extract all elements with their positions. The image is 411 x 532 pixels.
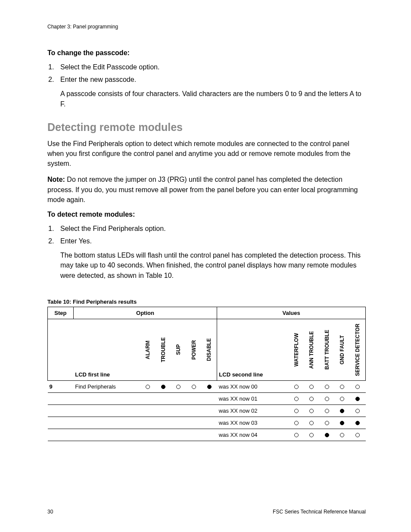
cell-lcd2: was XX now 02 xyxy=(217,404,289,417)
table-row: was XX now 03 xyxy=(48,417,366,429)
cell-lcd1 xyxy=(73,392,140,404)
empty-dot-icon xyxy=(294,397,299,401)
cell-lcd1 xyxy=(73,429,140,441)
th-trouble: TROUBLE xyxy=(160,322,166,378)
empty-dot-icon xyxy=(294,409,299,413)
empty-dot-icon xyxy=(309,397,314,401)
cell-lcd1 xyxy=(73,404,140,417)
page-footer: 30 FSC Series Technical Reference Manual xyxy=(47,509,366,515)
cell-lcd1 xyxy=(73,417,140,429)
note-label: Note: xyxy=(47,176,65,183)
chapter-header: Chapter 3: Panel programming xyxy=(47,24,366,30)
empty-dot-icon xyxy=(325,421,329,425)
passcode-followup: A passcode consists of four characters. … xyxy=(60,89,366,109)
cell-step xyxy=(48,429,74,441)
th-lcd1: LCD first line xyxy=(73,319,140,380)
th-alarm: ALARM xyxy=(145,322,151,378)
cell-lcd2: was XX now 04 xyxy=(217,429,289,441)
empty-dot-icon xyxy=(309,385,314,389)
empty-dot-icon xyxy=(340,433,344,437)
cell-lcd2: was XX now 00 xyxy=(217,380,289,392)
th-waterflow: WATERFLOW xyxy=(293,322,299,378)
empty-dot-icon xyxy=(294,385,299,389)
detect-steps: 1.Select the Find Peripherals option. 2.… xyxy=(47,224,366,246)
empty-dot-icon xyxy=(355,385,360,389)
note-text: Do not remove the jumper on J3 (PRG) unt… xyxy=(47,176,358,203)
filled-dot-icon xyxy=(355,421,360,425)
detect-heading: To detect remote modules: xyxy=(47,211,366,218)
detect-step-1: Select the Find Peripherals option. xyxy=(60,224,366,233)
empty-dot-icon xyxy=(325,409,329,413)
filled-dot-icon xyxy=(340,421,344,425)
th-sup: SUP xyxy=(175,322,181,378)
filled-dot-icon xyxy=(325,433,329,437)
cell-step: 9 xyxy=(48,380,74,392)
th-values: Values xyxy=(217,307,366,319)
empty-dot-icon xyxy=(325,385,329,389)
th-service-detector: SERVICE DETECTOR xyxy=(355,322,361,378)
empty-dot-icon xyxy=(325,397,329,401)
empty-dot-icon xyxy=(340,397,344,401)
note-para: Note: Do not remove the jumper on J3 (PR… xyxy=(47,174,366,205)
footer-manual-title: FSC Series Technical Reference Manual xyxy=(273,509,366,515)
th-ann-trouble: ANN TROUBLE xyxy=(308,322,314,378)
passcode-step-1: Select the Edit Passcode option. xyxy=(60,62,366,72)
empty-dot-icon xyxy=(355,409,360,413)
th-power: POWER xyxy=(191,322,197,378)
filled-dot-icon xyxy=(355,397,360,401)
th-gnd-fault: GND FAULT xyxy=(339,322,345,378)
empty-dot-icon xyxy=(309,421,314,425)
passcode-heading: To change the passcode: xyxy=(47,49,366,57)
table-row: was XX now 04 xyxy=(48,429,366,441)
filled-dot-icon xyxy=(207,385,212,389)
passcode-step-2: Enter the new passcode. xyxy=(60,75,366,84)
empty-dot-icon xyxy=(294,433,299,437)
cell-step xyxy=(48,404,74,417)
empty-dot-icon xyxy=(340,385,344,389)
th-lcd2: LCD second line xyxy=(217,319,289,380)
empty-dot-icon xyxy=(176,385,181,389)
th-option: Option xyxy=(73,307,217,319)
empty-dot-icon xyxy=(309,433,314,437)
detect-step-2: Enter Yes. xyxy=(60,236,366,246)
filled-dot-icon xyxy=(340,409,344,413)
empty-dot-icon xyxy=(294,421,299,425)
section-title: Detecting remote modules xyxy=(47,121,366,134)
footer-page-number: 30 xyxy=(47,509,53,515)
table-row: was XX now 02 xyxy=(48,404,366,417)
detect-followup: The bottom status LEDs will flash until … xyxy=(60,250,366,280)
cell-lcd1: Find Peripherals xyxy=(73,380,140,392)
empty-dot-icon xyxy=(146,385,150,389)
cell-lcd2: was XX now 01 xyxy=(217,392,289,404)
th-disable: DISABLE xyxy=(206,322,212,378)
empty-dot-icon xyxy=(192,385,196,389)
th-step: Step xyxy=(48,307,74,319)
table-row: 9Find Peripheralswas XX now 00 xyxy=(48,380,366,392)
filled-dot-icon xyxy=(161,385,165,389)
empty-dot-icon xyxy=(355,433,360,437)
results-table: Step Option Values LCD first line ALARM … xyxy=(47,307,366,441)
table-caption: Table 10: Find Peripherals results xyxy=(47,299,366,305)
passcode-steps: 1.Select the Edit Passcode option. 2.Ent… xyxy=(47,62,366,84)
empty-dot-icon xyxy=(309,409,314,413)
cell-step xyxy=(48,392,74,404)
intro-para: Use the Find Peripherals option to detec… xyxy=(47,139,366,169)
cell-step xyxy=(48,417,74,429)
th-batt-trouble: BATT TROUBLE xyxy=(324,322,330,378)
cell-lcd2: was XX now 03 xyxy=(217,417,289,429)
table-row: was XX now 01 xyxy=(48,392,366,404)
